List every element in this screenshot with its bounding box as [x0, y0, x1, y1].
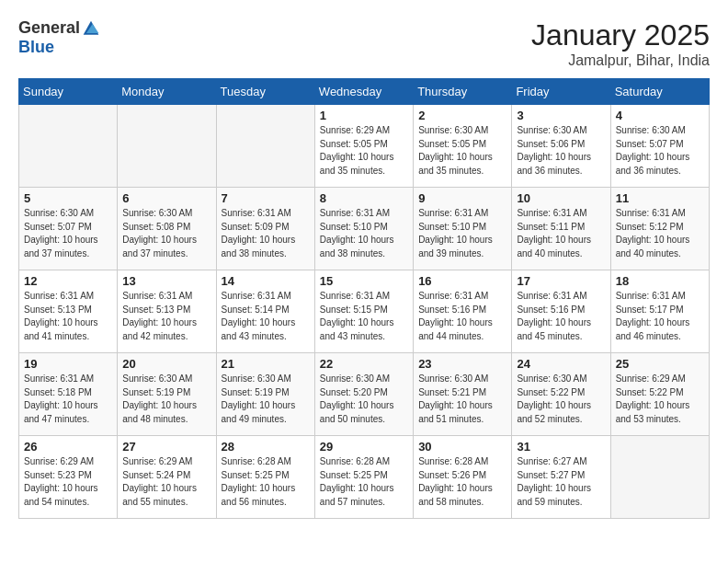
- day-info: Sunrise: 6:31 AM Sunset: 5:13 PM Dayligh…: [122, 290, 210, 343]
- day-info: Sunrise: 6:29 AM Sunset: 5:24 PM Dayligh…: [122, 455, 210, 509]
- day-info: Sunrise: 6:29 AM Sunset: 5:22 PM Dayligh…: [616, 373, 704, 426]
- day-number: 22: [320, 357, 408, 371]
- day-number: 12: [24, 274, 112, 288]
- calendar-day-cell: 9Sunrise: 6:31 AM Sunset: 5:10 PM Daylig…: [414, 188, 512, 270]
- day-info: Sunrise: 6:28 AM Sunset: 5:25 PM Dayligh…: [320, 455, 408, 509]
- day-info: Sunrise: 6:30 AM Sunset: 5:05 PM Dayligh…: [418, 124, 506, 178]
- logo-blue-text: Blue: [18, 38, 54, 57]
- calendar-header-row: SundayMondayTuesdayWednesdayThursdayFrid…: [19, 79, 710, 105]
- calendar-day-cell: 2Sunrise: 6:30 AM Sunset: 5:05 PM Daylig…: [414, 105, 512, 188]
- calendar-day-cell: 16Sunrise: 6:31 AM Sunset: 5:16 PM Dayli…: [414, 270, 512, 353]
- calendar-day-cell: 22Sunrise: 6:30 AM Sunset: 5:20 PM Dayli…: [314, 353, 413, 436]
- calendar-day-cell: 18Sunrise: 6:31 AM Sunset: 5:17 PM Dayli…: [610, 270, 709, 353]
- calendar-title: January 2025: [531, 18, 710, 52]
- logo-icon: [82, 19, 100, 38]
- calendar-day-cell: 24Sunrise: 6:30 AM Sunset: 5:22 PM Dayli…: [512, 353, 610, 436]
- calendar-day-cell: 12Sunrise: 6:31 AM Sunset: 5:13 PM Dayli…: [19, 270, 118, 353]
- day-of-week-header: Tuesday: [216, 79, 314, 105]
- day-number: 10: [517, 191, 605, 205]
- day-info: Sunrise: 6:30 AM Sunset: 5:22 PM Dayligh…: [517, 373, 605, 426]
- calendar-day-cell: 11Sunrise: 6:31 AM Sunset: 5:12 PM Dayli…: [610, 188, 709, 270]
- day-of-week-header: Saturday: [610, 79, 709, 105]
- logo: General Blue: [18, 18, 100, 57]
- day-info: Sunrise: 6:31 AM Sunset: 5:15 PM Dayligh…: [320, 290, 408, 343]
- calendar-day-cell: 30Sunrise: 6:28 AM Sunset: 5:26 PM Dayli…: [414, 436, 512, 519]
- day-number: 13: [122, 274, 210, 288]
- day-of-week-header: Friday: [512, 79, 610, 105]
- day-info: Sunrise: 6:30 AM Sunset: 5:08 PM Dayligh…: [122, 207, 210, 260]
- day-info: Sunrise: 6:31 AM Sunset: 5:18 PM Dayligh…: [24, 373, 112, 426]
- title-section: January 2025 Jamalpur, Bihar, India: [531, 18, 710, 69]
- calendar-day-cell: 28Sunrise: 6:28 AM Sunset: 5:25 PM Dayli…: [216, 436, 314, 519]
- calendar-day-cell: 4Sunrise: 6:30 AM Sunset: 5:07 PM Daylig…: [610, 105, 709, 188]
- day-of-week-header: Monday: [118, 79, 216, 105]
- day-number: 27: [122, 440, 210, 454]
- day-info: Sunrise: 6:31 AM Sunset: 5:11 PM Dayligh…: [517, 207, 605, 260]
- day-info: Sunrise: 6:31 AM Sunset: 5:10 PM Dayligh…: [418, 207, 506, 260]
- calendar-day-cell: 20Sunrise: 6:30 AM Sunset: 5:19 PM Dayli…: [118, 353, 216, 436]
- day-number: 15: [320, 274, 408, 288]
- day-info: Sunrise: 6:31 AM Sunset: 5:17 PM Dayligh…: [616, 290, 704, 343]
- day-info: Sunrise: 6:31 AM Sunset: 5:13 PM Dayligh…: [24, 290, 112, 343]
- day-number: 11: [616, 191, 704, 205]
- day-info: Sunrise: 6:28 AM Sunset: 5:25 PM Dayligh…: [222, 455, 310, 509]
- calendar-day-cell: 23Sunrise: 6:30 AM Sunset: 5:21 PM Dayli…: [414, 353, 512, 436]
- day-info: Sunrise: 6:30 AM Sunset: 5:07 PM Dayligh…: [616, 124, 704, 178]
- calendar-day-cell: 26Sunrise: 6:29 AM Sunset: 5:23 PM Dayli…: [19, 436, 118, 519]
- calendar-day-cell: [610, 436, 709, 519]
- day-number: 14: [222, 274, 310, 288]
- day-number: 21: [222, 357, 310, 371]
- calendar-day-cell: 31Sunrise: 6:27 AM Sunset: 5:27 PM Dayli…: [512, 436, 610, 519]
- calendar-day-cell: 7Sunrise: 6:31 AM Sunset: 5:09 PM Daylig…: [216, 188, 314, 270]
- calendar-day-cell: [118, 105, 216, 188]
- calendar-day-cell: 1Sunrise: 6:29 AM Sunset: 5:05 PM Daylig…: [314, 105, 413, 188]
- page-header: General Blue January 2025 Jamalpur, Biha…: [18, 18, 710, 69]
- day-number: 2: [418, 109, 506, 122]
- day-info: Sunrise: 6:27 AM Sunset: 5:27 PM Dayligh…: [517, 455, 605, 509]
- day-of-week-header: Wednesday: [314, 79, 413, 105]
- day-number: 24: [517, 357, 605, 371]
- day-number: 5: [24, 191, 112, 205]
- day-info: Sunrise: 6:30 AM Sunset: 5:06 PM Dayligh…: [517, 124, 605, 178]
- day-info: Sunrise: 6:30 AM Sunset: 5:21 PM Dayligh…: [418, 373, 506, 426]
- day-number: 25: [616, 357, 704, 371]
- logo-general-text: General: [18, 18, 80, 38]
- day-info: Sunrise: 6:30 AM Sunset: 5:20 PM Dayligh…: [320, 373, 408, 426]
- calendar-day-cell: 27Sunrise: 6:29 AM Sunset: 5:24 PM Dayli…: [118, 436, 216, 519]
- calendar-day-cell: 29Sunrise: 6:28 AM Sunset: 5:25 PM Dayli…: [314, 436, 413, 519]
- day-number: 20: [122, 357, 210, 371]
- day-info: Sunrise: 6:31 AM Sunset: 5:09 PM Dayligh…: [222, 207, 310, 260]
- calendar-day-cell: [216, 105, 314, 188]
- day-info: Sunrise: 6:31 AM Sunset: 5:14 PM Dayligh…: [222, 290, 310, 343]
- day-number: 9: [418, 191, 506, 205]
- day-number: 8: [320, 191, 408, 205]
- day-info: Sunrise: 6:31 AM Sunset: 5:12 PM Dayligh…: [616, 207, 704, 260]
- day-info: Sunrise: 6:30 AM Sunset: 5:19 PM Dayligh…: [122, 373, 210, 426]
- day-number: 3: [517, 109, 605, 122]
- calendar-day-cell: 10Sunrise: 6:31 AM Sunset: 5:11 PM Dayli…: [512, 188, 610, 270]
- calendar-day-cell: 5Sunrise: 6:30 AM Sunset: 5:07 PM Daylig…: [19, 188, 118, 270]
- day-number: 17: [517, 274, 605, 288]
- day-info: Sunrise: 6:31 AM Sunset: 5:10 PM Dayligh…: [320, 207, 408, 260]
- calendar-day-cell: 14Sunrise: 6:31 AM Sunset: 5:14 PM Dayli…: [216, 270, 314, 353]
- day-info: Sunrise: 6:31 AM Sunset: 5:16 PM Dayligh…: [517, 290, 605, 343]
- day-number: 26: [24, 440, 112, 454]
- week-row: 12Sunrise: 6:31 AM Sunset: 5:13 PM Dayli…: [19, 270, 710, 353]
- calendar-day-cell: 25Sunrise: 6:29 AM Sunset: 5:22 PM Dayli…: [610, 353, 709, 436]
- day-number: 4: [616, 109, 704, 122]
- calendar-day-cell: [19, 105, 118, 188]
- calendar-subtitle: Jamalpur, Bihar, India: [531, 52, 710, 69]
- week-row: 26Sunrise: 6:29 AM Sunset: 5:23 PM Dayli…: [19, 436, 710, 519]
- calendar-table: SundayMondayTuesdayWednesdayThursdayFrid…: [18, 78, 710, 519]
- day-number: 6: [122, 191, 210, 205]
- day-number: 23: [418, 357, 506, 371]
- day-of-week-header: Thursday: [414, 79, 512, 105]
- week-row: 1Sunrise: 6:29 AM Sunset: 5:05 PM Daylig…: [19, 105, 710, 188]
- calendar-day-cell: 8Sunrise: 6:31 AM Sunset: 5:10 PM Daylig…: [314, 188, 413, 270]
- day-number: 1: [320, 109, 408, 122]
- day-number: 29: [320, 440, 408, 454]
- day-info: Sunrise: 6:30 AM Sunset: 5:19 PM Dayligh…: [222, 373, 310, 426]
- day-number: 31: [517, 440, 605, 454]
- day-of-week-header: Sunday: [19, 79, 118, 105]
- day-info: Sunrise: 6:29 AM Sunset: 5:05 PM Dayligh…: [320, 124, 408, 178]
